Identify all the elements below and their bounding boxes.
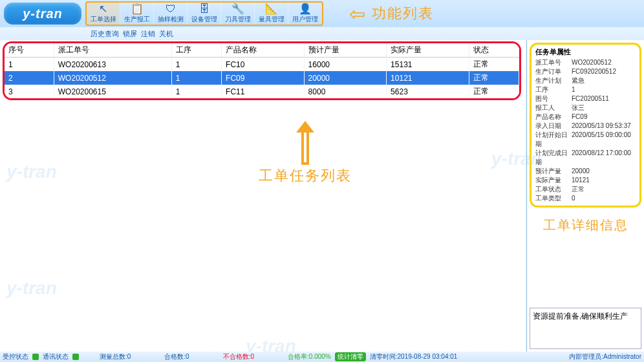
detail-key: 录入日期 — [535, 122, 572, 131]
col-派工单号[interactable]: 派工单号 — [54, 43, 171, 58]
task-detail-box: 任务单属性 派工单号WO20200512生产订单FC0920200512生产计划… — [530, 43, 641, 208]
detail-value: WO20200512 — [572, 58, 636, 67]
detail-row: 工序1 — [535, 85, 636, 94]
toolbar-icon: 📋 — [131, 3, 144, 15]
detail-row: 计划完成日期2020/08/12 17:00:00 — [535, 149, 636, 167]
detail-key: 工单状态 — [535, 185, 572, 194]
status-admin: 内部管理员:Administrator — [569, 352, 641, 361]
detail-row: 预计产量20000 — [535, 167, 636, 176]
cell-op: 1 — [171, 71, 221, 85]
status-comm-dot-icon — [72, 354, 79, 360]
col-序号[interactable]: 序号 — [5, 43, 54, 58]
toolbar-group: ↖工单选择📋生产报工🛡抽样检测🗄设备管理🔧刀具管理📐量具管理👤用户管理 — [85, 1, 323, 26]
cell-wo: WO20200615 — [54, 85, 171, 98]
toolbar-label: 用户管理 — [292, 15, 318, 24]
annotation-toolbar-label: 功能列表 — [372, 4, 434, 23]
right-panel: 任务单属性 派工单号WO20200512生产订单FC0920200512生产计划… — [526, 40, 644, 352]
task-detail-title: 任务单属性 — [535, 47, 636, 57]
detail-row: 生产订单FC0920200512 — [535, 67, 636, 76]
cell-wo: WO20200613 — [54, 58, 171, 72]
table-row[interactable]: 2WO202005121FC092000010121正常 — [5, 71, 519, 85]
toolbar-label: 量具管理 — [259, 15, 284, 24]
status-meas-total: 测量总数:0 — [100, 352, 131, 361]
toolbar-label: 抽样检测 — [158, 15, 184, 24]
annotation-table: 工单任务列表 — [259, 121, 352, 186]
toolbar-抽样检测[interactable]: 🛡抽样检测 — [154, 3, 188, 25]
center-panel: 序号派工单号工序产品名称预计产量实际产量状态 1WO202006131FC101… — [0, 40, 526, 352]
status-recv-label: 受控状态 — [3, 352, 28, 361]
secmenu-关机[interactable]: 关机 — [159, 29, 173, 39]
cell-seq: 3 — [5, 85, 54, 98]
detail-key: 生产订单 — [535, 67, 572, 76]
toolbar-icon: 🛡 — [166, 3, 176, 15]
detail-row: 工单状态正常 — [535, 185, 636, 194]
annotation-detail-label: 工单详细信息 — [527, 217, 644, 234]
toolbar-icon: 🔧 — [231, 3, 244, 15]
table-row[interactable]: 3WO202006151FC1180005623正常 — [5, 85, 519, 98]
col-产品名称[interactable]: 产品名称 — [222, 43, 305, 58]
detail-key: 生产计划 — [535, 76, 572, 85]
secmenu-锁屏[interactable]: 锁屏 — [123, 29, 137, 39]
work-order-table[interactable]: 序号派工单号工序产品名称预计产量实际产量状态 1WO202006131FC101… — [5, 43, 519, 98]
cell-prod: FC09 — [222, 71, 305, 85]
detail-value: FC0920200512 — [572, 67, 636, 76]
status-bar: 受控状态 通讯状态 测量总数:0 合格数:0 不合格数:0 合格率:0.000%… — [0, 352, 644, 362]
annotation-table-label: 工单任务列表 — [259, 166, 352, 186]
annotation-toolbar: ⇦ 功能列表 — [349, 0, 434, 27]
cell-prod: FC10 — [222, 58, 305, 72]
toolbar-用户管理[interactable]: 👤用户管理 — [288, 3, 322, 25]
toolbar-label: 工单选择 — [91, 15, 116, 24]
toolbar-工单选择[interactable]: ↖工单选择 — [87, 3, 120, 25]
app-logo: y-tran — [4, 3, 81, 25]
status-clear-button[interactable]: 统计清零 — [335, 352, 366, 361]
detail-key: 图号 — [535, 94, 572, 103]
toolbar-设备管理[interactable]: 🗄设备管理 — [188, 3, 221, 25]
top-ribbon: y-tran ↖工单选择📋生产报工🛡抽样检测🗄设备管理🔧刀具管理📐量具管理👤用户… — [0, 0, 644, 27]
secmenu-注销[interactable]: 注销 — [141, 29, 155, 39]
detail-value: FC20200511 — [572, 94, 636, 103]
toolbar-label: 生产报工 — [124, 15, 150, 24]
cell-stat: 正常 — [469, 71, 519, 85]
detail-value: 2020/05/15 09:00:00 — [572, 131, 636, 149]
cell-plan: 20000 — [304, 71, 387, 85]
detail-key: 报工人 — [535, 103, 572, 112]
detail-value: 紧急 — [572, 76, 636, 85]
main-area: 序号派工单号工序产品名称预计产量实际产量状态 1WO202006131FC101… — [0, 40, 644, 352]
col-实际产量[interactable]: 实际产量 — [387, 43, 469, 58]
table-row[interactable]: 1WO202006131FC101600015131正常 — [5, 58, 519, 72]
work-order-table-wrap: 序号派工单号工序产品名称预计产量实际产量状态 1WO202006131FC101… — [3, 41, 521, 100]
status-zero-time: 清零时间:2019-08-29 03:04:01 — [370, 352, 458, 361]
detail-value: 10121 — [572, 176, 636, 185]
toolbar-量具管理[interactable]: 📐量具管理 — [255, 3, 288, 25]
toolbar-生产报工[interactable]: 📋生产报工 — [120, 3, 154, 25]
detail-row: 实际产量10121 — [535, 176, 636, 185]
detail-row: 派工单号WO20200512 — [535, 58, 636, 67]
cell-stat: 正常 — [469, 58, 519, 72]
detail-key: 计划开始日期 — [535, 131, 572, 149]
col-工序[interactable]: 工序 — [171, 43, 221, 58]
status-rate: 合格率:0.000% — [288, 352, 331, 361]
arrow-up-icon — [295, 121, 315, 166]
cell-act: 10121 — [387, 71, 469, 85]
toolbar-icon: 📐 — [265, 3, 278, 15]
col-预计产量[interactable]: 预计产量 — [304, 43, 387, 58]
detail-key: 实际产量 — [535, 176, 572, 185]
toolbar-icon: 👤 — [299, 3, 312, 15]
cell-plan: 8000 — [304, 85, 387, 98]
col-状态[interactable]: 状态 — [469, 43, 519, 58]
cell-act: 5623 — [387, 85, 469, 98]
detail-key: 工单类型 — [535, 194, 572, 203]
detail-row: 工单类型0 — [535, 194, 636, 203]
detail-value: 1 — [572, 85, 636, 94]
toolbar-刀具管理[interactable]: 🔧刀具管理 — [221, 3, 255, 25]
secondary-menu: 历史查询锁屏注销关机 — [0, 27, 644, 40]
detail-row: 报工人张三 — [535, 103, 636, 112]
detail-value: 正常 — [572, 185, 636, 194]
toolbar-label: 刀具管理 — [225, 15, 251, 24]
toolbar-label: 设备管理 — [191, 15, 217, 24]
cell-stat: 正常 — [469, 85, 519, 98]
secmenu-历史查询[interactable]: 历史查询 — [91, 29, 119, 39]
cell-wo: WO20200512 — [54, 71, 171, 85]
detail-value: 2020/08/12 17:00:00 — [572, 149, 636, 167]
detail-key: 产品名称 — [535, 112, 572, 122]
